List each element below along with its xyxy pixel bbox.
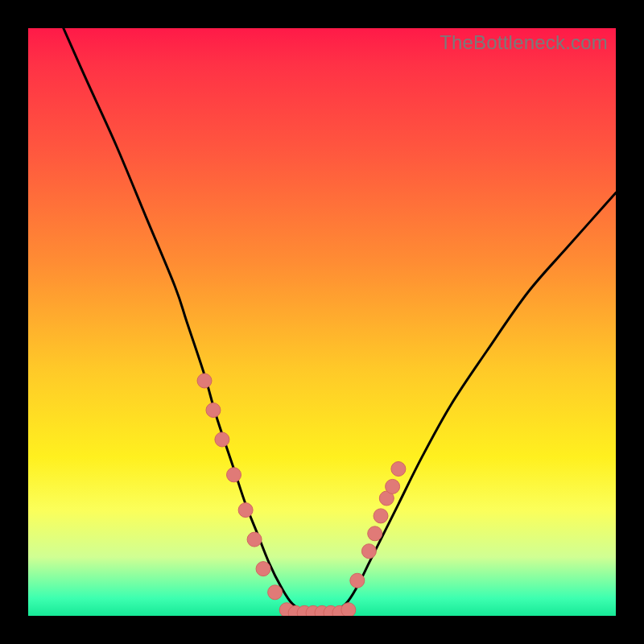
marker-group — [197, 374, 406, 616]
data-marker — [247, 532, 262, 547]
data-marker — [386, 479, 400, 493]
data-marker — [206, 403, 221, 418]
data-marker — [374, 509, 388, 523]
data-marker — [350, 573, 365, 588]
data-marker — [238, 503, 253, 518]
plot-area: TheBottleneck.com — [28, 28, 616, 616]
data-marker — [341, 603, 356, 616]
chart-svg — [28, 28, 616, 616]
chart-frame: TheBottleneck.com — [0, 0, 644, 644]
data-marker — [268, 585, 283, 600]
data-marker — [368, 526, 382, 541]
data-marker — [256, 562, 270, 576]
line-group — [64, 28, 616, 616]
data-marker — [215, 432, 229, 447]
data-marker — [391, 462, 406, 477]
data-marker — [361, 544, 376, 559]
series-left-curve — [64, 28, 311, 616]
data-marker — [197, 374, 212, 388]
data-marker — [227, 468, 242, 482]
